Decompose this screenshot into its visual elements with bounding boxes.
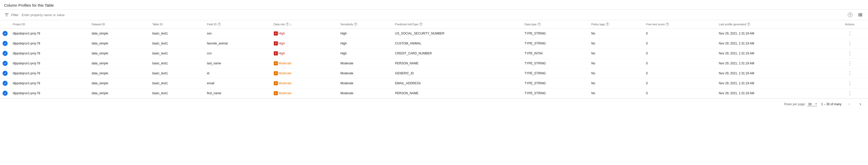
status-check-icon (3, 91, 8, 96)
row-predicted-info-type: PERSON_NAME (393, 58, 522, 68)
row-policy-tags: No (589, 49, 644, 58)
th-dataset-id: Dataset ID (89, 20, 150, 29)
status-check-icon (3, 41, 8, 46)
last-profile-help-icon[interactable]: ? (747, 23, 750, 26)
row-actions-menu-icon[interactable]: ⋮ (834, 40, 865, 46)
th-policy-tags: Policy tags ? (589, 20, 644, 29)
th-last-profile: Last profile generated ? (716, 20, 832, 29)
th-data-type: Data type ? (522, 20, 589, 29)
row-actions-menu-icon[interactable]: ⋮ (834, 60, 865, 66)
field-id-help-icon[interactable]: ? (217, 23, 221, 26)
th-check (0, 20, 10, 29)
row-data-type: TYPE_STRING (522, 88, 589, 98)
status-check-icon (3, 51, 8, 56)
data-table: Project ID Dataset ID Table ID Field ID … (0, 20, 868, 98)
row-field-id: id (205, 68, 271, 78)
row-data-risk: !! Moderate (271, 68, 338, 78)
th-table-id: Table ID (150, 20, 205, 29)
row-sensitivity: High (338, 29, 393, 38)
free-text-help-icon[interactable]: ? (665, 23, 669, 26)
row-table-id: basic_test1 (150, 58, 205, 68)
row-predicted-info-type: EMAIL_ADDRESS (393, 78, 522, 88)
row-policy-tags: No (589, 58, 644, 68)
row-field-id: ssn (205, 29, 271, 38)
row-table-id: basic_test1 (150, 29, 205, 38)
filter-label: Filter (11, 13, 19, 17)
moderate-risk-icon: !! (274, 81, 278, 85)
row-field-id: ccn (205, 49, 271, 58)
table-row: dlppsbqrun1-proj-78 data_simple basic_te… (0, 58, 868, 68)
toolbar: Filter ? (0, 9, 868, 20)
row-table-id: basic_test1 (150, 38, 205, 49)
high-risk-icon: !! (274, 31, 278, 35)
high-risk-icon: !! (274, 51, 278, 55)
next-page-button[interactable] (857, 101, 864, 108)
status-check-icon (3, 31, 8, 36)
row-project-id: dlppsbqrun1-proj-78 (10, 58, 89, 68)
policy-tags-help-icon[interactable]: ? (606, 23, 609, 26)
columns-icon[interactable] (857, 11, 864, 19)
row-data-risk: !! High (271, 38, 338, 49)
status-check-icon (3, 71, 8, 76)
row-predicted-info-type: CUSTOM_ANIMAL (393, 38, 522, 49)
th-project-id: Project ID (10, 20, 89, 29)
table-row: dlppsbqrun1-proj-78 data_simple basic_te… (0, 68, 868, 78)
row-free-text-score: 0 (644, 68, 716, 78)
row-predicted-info-type: PERSON_NAME (393, 88, 522, 98)
table-row: dlppsbqrun1-proj-78 data_simple basic_te… (0, 78, 868, 88)
row-dataset-id: data_simple (89, 88, 150, 98)
svg-rect-5 (861, 13, 862, 17)
pagination-info: 1 – 30 of many (821, 103, 841, 106)
row-actions-menu-icon[interactable]: ⋮ (834, 51, 865, 56)
row-sensitivity: High (338, 49, 393, 58)
row-field-id: first_name (205, 88, 271, 98)
row-field-id: last_name (205, 58, 271, 68)
rows-per-page-select[interactable]: 30 50 100 (807, 103, 817, 106)
data-type-help-icon[interactable]: ? (537, 23, 541, 26)
row-predicted-info-type: GENERIC_ID (393, 68, 522, 78)
data-risk-sort-icon[interactable]: ↓ (290, 22, 291, 26)
row-last-profile: Nov 29, 2021, 1:31:19 AM (716, 88, 832, 98)
row-sensitivity: Moderate (338, 88, 393, 98)
row-project-id: dlppsbqrun1-proj-78 (10, 49, 89, 58)
th-predicted-info-type: Predicted infoType ? (393, 20, 522, 29)
row-actions-menu-icon[interactable]: ⋮ (834, 80, 865, 86)
row-project-id: dlppsbqrun1-proj-78 (10, 68, 89, 78)
filter-input[interactable] (22, 13, 844, 17)
row-policy-tags: No (589, 68, 644, 78)
row-table-id: basic_test1 (150, 78, 205, 88)
row-free-text-score: 0 (644, 38, 716, 49)
row-policy-tags: No (589, 88, 644, 98)
row-table-id: basic_test1 (150, 88, 205, 98)
row-last-profile: Nov 29, 2021, 1:31:19 AM (716, 49, 832, 58)
row-dataset-id: data_simple (89, 29, 150, 38)
row-actions: ⋮ (832, 68, 868, 78)
rows-per-page-label: Rows per page: (784, 103, 806, 106)
row-last-profile: Nov 29, 2021, 1:31:19 AM (716, 58, 832, 68)
row-data-risk: !! Moderate (271, 78, 338, 88)
row-data-risk: !! Moderate (271, 58, 338, 68)
row-data-type: TYPE_INT64 (522, 49, 589, 58)
predicted-help-icon[interactable]: ? (419, 23, 423, 26)
row-check (0, 78, 10, 88)
row-table-id: basic_test1 (150, 49, 205, 58)
th-sensitivity: Sensitivity ? (338, 20, 393, 29)
row-actions: ⋮ (832, 38, 868, 49)
help-icon[interactable]: ? (846, 11, 854, 19)
row-last-profile: Nov 29, 2021, 1:31:19 AM (716, 68, 832, 78)
row-check (0, 68, 10, 78)
row-check (0, 29, 10, 38)
svg-rect-4 (860, 13, 861, 17)
rows-per-page: Rows per page: 30 50 100 (784, 103, 817, 106)
row-last-profile: Nov 29, 2021, 1:31:19 AM (716, 78, 832, 88)
row-sensitivity: Moderate (338, 68, 393, 78)
row-actions-menu-icon[interactable]: ⋮ (834, 90, 865, 96)
row-actions-menu-icon[interactable]: ⋮ (834, 71, 865, 76)
th-free-text-score: Free text score ? (644, 20, 716, 29)
row-actions-menu-icon[interactable]: ⋮ (834, 31, 865, 36)
row-check (0, 38, 10, 49)
sensitivity-help-icon[interactable]: ? (354, 23, 358, 26)
filter-icon[interactable] (4, 12, 9, 17)
prev-page-button[interactable] (845, 101, 853, 108)
data-risk-help-icon[interactable]: ? (285, 23, 289, 26)
